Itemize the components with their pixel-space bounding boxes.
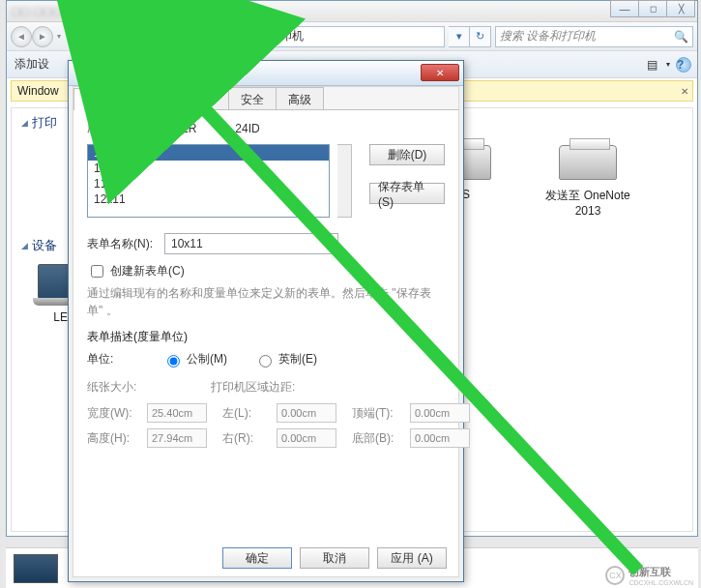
create-new-form-row: 创建新表单(C) bbox=[87, 262, 445, 280]
back-button[interactable]: ◄ bbox=[11, 26, 32, 47]
width-label: 宽度(W): bbox=[87, 405, 139, 422]
save-form-button[interactable]: 保存表单(S) bbox=[369, 183, 445, 204]
apply-button[interactable]: 应用 (A) bbox=[377, 547, 447, 569]
tab-strip: 表单 端口 驱 安全 高级 bbox=[73, 87, 458, 110]
forms-list-row: 10x11 10x14 11x17 12x11 删除(D) 保存表单(S) bbox=[87, 144, 445, 218]
group-printers-label: 打印 bbox=[32, 114, 57, 132]
collapse-arrow-icon: ◢ bbox=[21, 118, 28, 128]
nav-history-dropdown[interactable]: ▾ bbox=[53, 26, 65, 47]
create-new-form-checkbox[interactable] bbox=[91, 265, 103, 278]
maximize-button[interactable] bbox=[638, 0, 667, 17]
search-input[interactable]: 搜索 设备和打印机 🔍 bbox=[495, 26, 693, 47]
print-server-properties-dialog: 🖨 打印服务器 属性 ✕ 表单 端口 驱 安全 高级 所有表单(F): USER… bbox=[68, 60, 464, 582]
unit-row: 单位: 公制(M) 英制(E) bbox=[87, 351, 445, 368]
list-item[interactable]: 12x11 bbox=[88, 191, 329, 207]
unit-metric-radio[interactable]: 公制(M) bbox=[162, 351, 227, 368]
size-header-row: 纸张大小: 打印机区域边距: bbox=[87, 379, 445, 396]
list-item[interactable]: 10x14 bbox=[88, 161, 329, 176]
address-bar: ◄ ► ▾ 🖨 › 控制面板 › 硬件和声音 › 设备和打印机 ▾ ↻ 搜索 设… bbox=[7, 22, 697, 51]
printer-icon bbox=[557, 137, 619, 184]
window-controls bbox=[611, 0, 695, 17]
dialog-close-button[interactable]: ✕ bbox=[421, 64, 459, 81]
forms-listbox[interactable]: 10x11 10x14 11x17 12x11 bbox=[87, 144, 330, 218]
watermark-text: 创新互联 bbox=[628, 565, 693, 579]
refresh-button[interactable]: ↻ bbox=[470, 26, 491, 47]
chevron-right-icon: › bbox=[91, 31, 94, 42]
printer-icon: 🖨 bbox=[74, 67, 88, 80]
device-label: 发送至 OneNote 2013 bbox=[535, 188, 641, 218]
dialog-body: 表单 端口 驱 安全 高级 所有表单(F): USER 24ID 10x11 1… bbox=[73, 86, 459, 577]
form-description-title: 表单描述(度量单位) bbox=[87, 329, 445, 345]
top-label: 顶端(T): bbox=[352, 405, 402, 422]
tab-advanced[interactable]: 高级 bbox=[276, 87, 324, 109]
form-name-label: 表单名称(N): bbox=[87, 236, 157, 252]
height-row: 高度(H): 右(R): 底部(B): bbox=[87, 428, 445, 448]
close-button[interactable] bbox=[666, 0, 695, 17]
dialog-title-text: 打印服务器 属性 bbox=[94, 65, 178, 81]
tab-forms[interactable]: 表单 bbox=[73, 88, 122, 110]
tab-security[interactable]: 安全 bbox=[228, 87, 277, 109]
dialog-titlebar: 🖨 打印服务器 属性 ✕ bbox=[69, 61, 463, 86]
group-devices-label: 设备 bbox=[32, 237, 57, 254]
add-device-button[interactable]: 添加设 bbox=[15, 56, 49, 73]
bottom-input[interactable] bbox=[410, 428, 470, 448]
search-placeholder: 搜索 设备和打印机 bbox=[500, 28, 596, 44]
list-item[interactable]: 10x11 bbox=[88, 145, 329, 161]
breadcrumb[interactable]: 🖨 › 控制面板 › 硬件和声音 › 设备和打印机 bbox=[69, 26, 445, 47]
watermark-sub: CDCXHL.CGXWLCN bbox=[628, 579, 693, 586]
server-name: USER 24ID bbox=[164, 122, 260, 135]
unit-label: 单位: bbox=[87, 351, 135, 368]
help-icon[interactable]: ? bbox=[676, 57, 691, 73]
watermark: CX 创新互联 CDCXHL.CGXWLCN bbox=[605, 565, 693, 586]
tab-hidden[interactable] bbox=[204, 87, 229, 109]
list-item[interactable]: 11x17 bbox=[88, 176, 329, 191]
form-name-row: 表单名称(N): bbox=[87, 233, 445, 254]
search-icon: 🔍 bbox=[674, 30, 688, 44]
main-titlebar: ▢▢ ▢▢▢▢▢▢ bbox=[7, 1, 697, 22]
title-blurred: ▢▢ ▢▢▢▢▢▢ bbox=[11, 5, 91, 17]
width-input[interactable] bbox=[147, 403, 207, 423]
collapse-arrow-icon: ◢ bbox=[21, 241, 28, 250]
delete-button[interactable]: 删除(D) bbox=[369, 144, 445, 165]
create-new-form-label: 创建新表单(C) bbox=[110, 263, 185, 279]
bottom-label: 底部(B): bbox=[352, 430, 402, 447]
view-options-icon[interactable]: ▤ bbox=[643, 56, 660, 74]
address-dropdown[interactable]: ▾ bbox=[449, 26, 470, 47]
dropdown-icon[interactable]: ▾ bbox=[666, 60, 670, 69]
tab-forms-panel: 所有表单(F): USER 24ID 10x11 10x14 11x17 12x… bbox=[73, 110, 458, 463]
tab-drivers[interactable]: 驱 bbox=[168, 87, 205, 109]
margin-label: 打印机区域边距: bbox=[211, 379, 295, 396]
right-input[interactable] bbox=[277, 428, 336, 448]
paper-size-label: 纸张大小: bbox=[87, 379, 203, 396]
infobar-close-icon[interactable]: ✕ bbox=[681, 86, 688, 97]
unit-imperial-radio[interactable]: 英制(E) bbox=[254, 351, 317, 368]
device-onenote[interactable]: 发送至 OneNote 2013 bbox=[535, 137, 641, 218]
infobar-label: Window bbox=[17, 84, 59, 98]
crumb-devices-printers[interactable]: 设备和打印机 bbox=[234, 28, 304, 44]
crumb-hardware-sound[interactable]: 硬件和声音 bbox=[161, 28, 219, 44]
ok-button[interactable]: 确定 bbox=[222, 547, 292, 569]
all-forms-row: 所有表单(F): USER 24ID bbox=[87, 120, 445, 136]
printer-icon: 🖨 bbox=[73, 30, 85, 44]
left-label: 左(L): bbox=[222, 405, 269, 422]
form-name-input[interactable] bbox=[164, 233, 338, 254]
crumb-control-panel[interactable]: 控制面板 bbox=[100, 28, 146, 44]
cancel-button[interactable]: 取消 bbox=[300, 547, 369, 569]
left-input[interactable] bbox=[277, 403, 336, 423]
create-hint: 通过编辑现有的名称和度量单位来定义新的表单。然后单击 "保存表单" 。 bbox=[87, 284, 445, 319]
top-input[interactable] bbox=[410, 403, 470, 423]
height-label: 高度(H): bbox=[87, 430, 139, 447]
chevron-right-icon: › bbox=[225, 31, 228, 42]
chevron-right-icon: › bbox=[152, 31, 155, 42]
minimize-button[interactable] bbox=[610, 0, 639, 17]
width-row: 宽度(W): 左(L): 顶端(T): bbox=[87, 403, 445, 423]
details-thumbnail-icon bbox=[14, 554, 58, 583]
all-forms-label: 所有表单(F): bbox=[87, 120, 157, 136]
nav-buttons: ◄ ► ▾ bbox=[11, 26, 65, 47]
scrollbar[interactable] bbox=[337, 144, 352, 218]
dialog-button-row: 确定 取消 应用 (A) bbox=[222, 547, 447, 569]
right-label: 右(R): bbox=[222, 430, 269, 447]
height-input[interactable] bbox=[147, 428, 207, 448]
forward-button[interactable]: ► bbox=[32, 26, 53, 47]
tab-ports[interactable]: 端口 bbox=[121, 87, 169, 109]
